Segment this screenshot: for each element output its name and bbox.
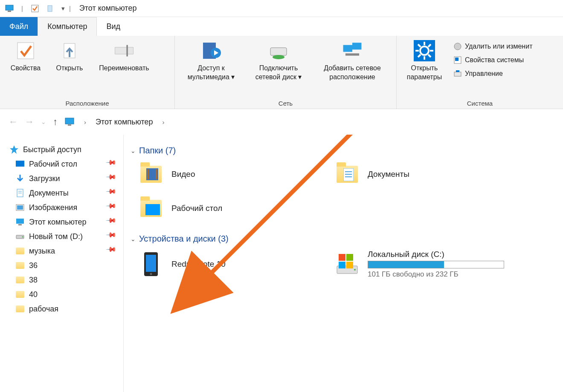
main-area: Быстрый доступ Рабочий стол📌 Загрузки📌 Д… [0,135,563,392]
settings-gear-icon [414,40,435,61]
downloads-icon [15,174,25,183]
sidebar-item-downloads[interactable]: Загрузки📌 [0,171,123,186]
devices-grid: Redmi Note 10 Локальный диск (C:) 101 ГБ… [128,250,559,279]
folder-icon [15,246,25,256]
pin-icon: 📌 [105,200,121,215]
svg-rect-39 [18,224,22,225]
add-network-location-button[interactable]: Добавить сетевое расположение [314,38,391,82]
this-pc-icon [15,217,25,227]
manage-button[interactable]: Управление [451,68,534,79]
nav-back-button[interactable]: ← [9,116,18,127]
folder-videos-icon [138,161,164,187]
ribbon-group-location: Свойства Открыть Переименовать Расположе… [0,36,175,109]
qat-separator: | [20,0,25,17]
section-devices[interactable]: ⌄ Устройства и диски (3) [131,234,559,244]
svg-rect-3 [48,6,52,12]
sidebar-item-desktop[interactable]: Рабочий стол📌 [0,157,123,171]
pin-icon: 📌 [105,156,121,172]
drive-icon [15,232,25,241]
svg-rect-58 [346,262,353,268]
disk-usage-bar [368,261,504,268]
svg-rect-28 [454,72,461,76]
map-drive-icon [268,40,289,61]
sidebar-item-documents[interactable]: Документы📌 [0,186,123,200]
folder-icon [15,261,25,270]
svg-rect-30 [65,118,74,124]
desktop-icon [15,159,25,169]
sidebar-item-music[interactable]: музыка📌 [0,244,123,258]
group-label-network: Сеть [179,98,392,107]
sidebar-item-36[interactable]: 36 [0,258,123,273]
svg-rect-31 [68,124,71,126]
svg-rect-49 [145,204,160,215]
chevron-down-icon: ⌄ [131,236,136,242]
qat-properties-icon[interactable] [31,4,39,13]
qat-pc-icon [5,4,14,13]
ribbon-tabs: Файл Компьютер Вид [0,17,563,36]
svg-point-52 [150,273,152,275]
disk-icon [334,251,360,277]
svg-point-54 [354,269,356,271]
svg-rect-29 [456,70,459,72]
ribbon-group-system: Открыть параметры Удалить или изменит Св… [397,36,563,109]
pin-icon: 📌 [105,229,121,244]
folder-item-desktop[interactable]: Рабочий стол [138,196,317,221]
ribbon-group-network: Доступ к мультимедиа ▾ Подключить сетево… [175,36,397,109]
sidebar-item-rabochaya[interactable]: рабочая [0,302,123,316]
system-properties-button[interactable]: Свойства системы [451,55,534,66]
svg-point-11 [273,55,284,59]
sidebar-item-40[interactable]: 40 [0,287,123,302]
svg-rect-7 [126,45,128,57]
pin-icon: 📌 [105,243,121,259]
uninstall-icon [453,42,462,51]
properties-button[interactable]: Свойства [4,38,47,73]
open-button[interactable]: Открыть [50,38,89,73]
phone-icon [138,251,164,277]
qat-separator2: | [67,0,73,17]
svg-rect-13 [352,43,361,49]
qat-dropdown-icon[interactable]: ▾ [61,5,65,12]
folder-item-video[interactable]: Видео [138,161,317,187]
svg-rect-43 [147,169,149,179]
tab-file[interactable]: Файл [0,17,38,36]
pin-icon: 📌 [105,214,121,230]
tab-computer[interactable]: Компьютер [38,17,97,36]
svg-rect-56 [346,254,353,261]
svg-rect-57 [339,262,345,268]
documents-icon [15,188,25,198]
open-settings-button[interactable]: Открыть параметры [401,38,448,82]
device-item-disk-c[interactable]: Локальный диск (C:) 101 ГБ свободно из 2… [334,250,539,279]
quick-access-star-icon [9,145,19,154]
system-properties-icon [453,55,462,65]
folder-item-documents[interactable]: Документы [334,161,514,187]
qat-newfolder-icon[interactable] [46,4,55,13]
disk-free-text: 101 ГБ свободно из 232 ГБ [368,270,504,279]
breadcrumb-segment[interactable]: Этот компьютер [96,118,153,127]
address-bar: ← → ⌄ ↑ › Этот компьютер › [0,109,563,135]
folder-icon [15,275,25,285]
rename-icon [113,40,135,61]
media-access-button[interactable]: Доступ к мультимедиа ▾ [179,38,243,82]
nav-recent-dropdown[interactable]: ⌄ [41,118,46,125]
folders-grid: Видео Документы Рабочий стол [128,161,559,221]
sidebar-item-38[interactable]: 38 [0,273,123,287]
svg-rect-55 [339,254,345,261]
network-location-icon [342,40,363,61]
uninstall-button[interactable]: Удалить или изменит [451,41,534,52]
sidebar-item-pictures[interactable]: Изображения📌 [0,200,123,215]
tab-view[interactable]: Вид [97,17,130,36]
section-folders[interactable]: ⌄ Папки (7) [131,146,559,156]
sidebar-item-new-volume[interactable]: Новый том (D:)📌 [0,229,123,244]
rename-button[interactable]: Переименовать [92,38,156,73]
folder-desktop-icon [138,196,164,221]
sidebar-quick-access[interactable]: Быстрый доступ [0,142,123,157]
map-drive-button[interactable]: Подключить сетевой диск ▾ [247,38,311,82]
svg-rect-12 [343,45,352,52]
sidebar-quick-access-label: Быстрый доступ [23,145,81,154]
device-item-phone[interactable]: Redmi Note 10 [138,250,317,279]
sidebar-item-this-pc[interactable]: Этот компьютер📌 [0,215,123,229]
svg-point-41 [22,236,23,238]
nav-up-button[interactable]: ↑ [53,116,58,127]
folder-documents-icon [334,161,360,187]
nav-forward-button[interactable]: → [25,116,34,127]
